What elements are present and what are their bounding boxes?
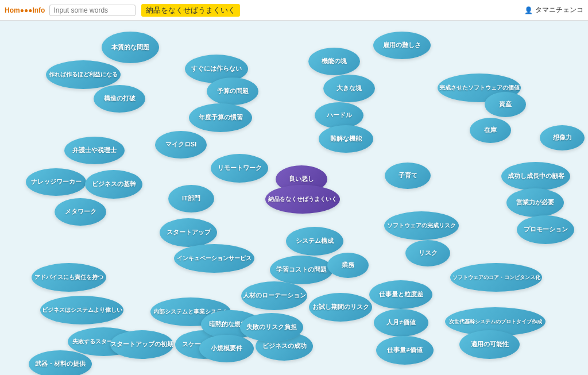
header: Hom●●●Info 納品をなくせばうまくいく 👤 タマニチェンコ xyxy=(0,0,588,21)
node-n26[interactable]: 業務 xyxy=(327,253,369,278)
search-input[interactable] xyxy=(49,5,136,16)
node-n41[interactable]: 在庫 xyxy=(470,118,511,143)
node-n35[interactable]: 大きな塊 xyxy=(323,75,375,102)
node-n52[interactable]: 仕事量≠価値 xyxy=(376,336,434,365)
node-n16[interactable]: アドバイスにも責任を持つ xyxy=(32,263,106,292)
node-n10[interactable]: ビジネスの基幹 xyxy=(85,170,142,199)
node-n42[interactable]: 想像力 xyxy=(540,125,585,150)
node-n24[interactable]: システム構成 xyxy=(286,227,343,256)
node-n13[interactable]: IT部門 xyxy=(168,185,214,212)
node-n48[interactable]: 営業力が必要 xyxy=(506,188,564,217)
node-n2[interactable]: 作れば作るほど利益になる xyxy=(46,60,121,89)
node-n49[interactable]: プロモーション xyxy=(517,215,574,244)
node-n11[interactable]: メタワーク xyxy=(55,198,106,226)
node-n14[interactable]: スタートアップ xyxy=(160,218,217,247)
node-n50[interactable]: 仕事量と粒度差 xyxy=(369,280,432,309)
node-n3[interactable]: 構造の打破 xyxy=(94,85,145,113)
node-n37[interactable]: 難解な機能 xyxy=(319,125,373,153)
node-n17[interactable]: ビジネスはシステムより偉しい xyxy=(40,296,123,324)
node-n19[interactable]: 武器・材料の提供 xyxy=(29,350,92,375)
user-icon: 👤 xyxy=(524,6,533,14)
node-n12[interactable]: リモートワーク xyxy=(211,154,268,183)
node-n23[interactable]: 納品をなくせばうまくいく xyxy=(265,185,340,214)
canvas: 本質的な問題作れば作るほど利益になる構造の打破すぐには作らない予算の問題年度予算… xyxy=(0,21,588,375)
node-n15[interactable]: インキュベーションサービス xyxy=(174,244,254,273)
logo: Hom●●●Info xyxy=(5,6,45,14)
node-n20[interactable]: スタートアップの初期 xyxy=(110,330,173,359)
node-n33[interactable]: 失敗のリスク負担 xyxy=(240,313,303,342)
node-n54[interactable]: 適用の可能性 xyxy=(459,330,520,359)
node-n9[interactable]: ナレッジワーカー xyxy=(26,168,86,196)
node-n51[interactable]: 人月≠価値 xyxy=(374,309,428,337)
node-n8[interactable]: 弁護士や税理士 xyxy=(64,137,125,164)
user-name: タマニチェンコ xyxy=(535,5,583,15)
user-area: 👤 タマニチェンコ xyxy=(524,5,583,15)
node-n46[interactable]: ソフトウェアのコア・コンピタンス化 xyxy=(450,263,542,292)
node-n7[interactable]: マイクロSI xyxy=(155,131,207,158)
node-n36[interactable]: ハードル xyxy=(315,102,363,129)
node-n27[interactable]: 人材のローテーション xyxy=(241,281,307,310)
node-n30[interactable]: 小規模要件 xyxy=(199,335,254,362)
node-n1[interactable]: 本質的な問題 xyxy=(102,32,159,63)
node-n34[interactable]: 機能の塊 xyxy=(308,48,360,75)
node-n45[interactable]: リスク xyxy=(405,240,450,266)
node-n43[interactable]: 子育て xyxy=(385,163,431,189)
node-n32[interactable]: お試し期間のリスク xyxy=(309,293,372,322)
node-n6[interactable]: 年度予算の慣習 xyxy=(189,103,252,132)
node-n38[interactable]: 雇用の難しさ xyxy=(373,32,431,59)
node-n44[interactable]: ソフトウェアの完成リスク xyxy=(384,211,459,240)
topic-title: 納品をなくせばうまくいく xyxy=(141,4,240,17)
node-n5[interactable]: 予算の問題 xyxy=(207,78,258,105)
node-n40[interactable]: 資産 xyxy=(485,92,526,117)
node-n47[interactable]: 成功し成長中の顧客 xyxy=(501,162,570,191)
node-n25[interactable]: 学習コストの問題 xyxy=(270,256,333,284)
